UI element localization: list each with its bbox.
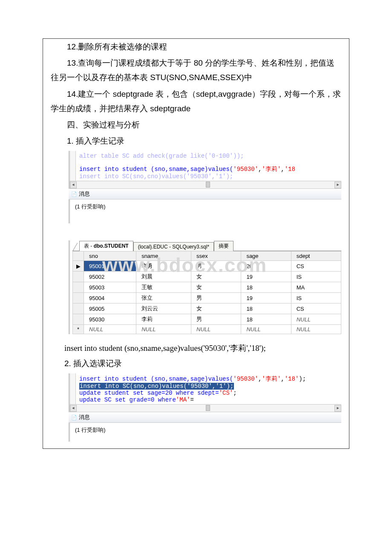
messages-tab[interactable]: 消息 [79, 190, 90, 198]
cell-sname[interactable]: 张立 [136, 293, 191, 304]
scroll-left-arrow-2[interactable]: ◄ [70, 405, 77, 412]
messages-area-1: (1 行受影响) [69, 199, 341, 223]
sql-line-2: insert into student (sno,sname,sage)valu… [79, 165, 338, 173]
tab-summary[interactable]: 摘要 [214, 241, 233, 251]
cell-null[interactable]: NULL [84, 325, 136, 334]
sql2-line2: insert into SC(sno,cno)values('95030','1… [79, 383, 338, 390]
cell-sno[interactable]: 95002 [84, 272, 136, 282]
cell-ssex[interactable]: 女 [191, 272, 241, 282]
sql-line-faded-3: insert into SC(sno,cno)values('95030','1… [79, 173, 338, 180]
table-header-row: sno sname ssex sage sdept [73, 251, 341, 261]
sql2-line4: update SC set grade=0 where'MA'= [79, 396, 338, 403]
cell-sdept[interactable]: IS [291, 272, 341, 282]
cell-sdept[interactable]: MA [291, 282, 341, 293]
results-table[interactable]: sno sname ssex sage sdept ▶95001李勇男20CS9… [72, 251, 341, 334]
table-row-new[interactable]: *NULLNULLNULLNULLNULL [73, 325, 341, 334]
cell-sage[interactable]: 20 [241, 261, 291, 272]
insert-statement-text: insert into student (sno,sname,sage)valu… [43, 336, 349, 356]
cell-sno[interactable]: 95001 [84, 261, 136, 272]
cell-ssex[interactable]: 女 [191, 304, 241, 314]
messages-area-2: (1 行受影响) [69, 423, 341, 442]
cell-sage[interactable]: 19 [241, 293, 291, 304]
cell-sname[interactable]: 刘晨 [136, 272, 191, 282]
results-tabstrip: 表 - dbo.STUDENT (local).EDUC - SQLQuery3… [72, 240, 341, 251]
scroll-right-arrow[interactable]: ► [334, 182, 341, 188]
section-4-title: 四、实验过程与分析 [43, 117, 349, 133]
sql-editor-1[interactable]: alter table SC add check(grade like('0-1… [69, 151, 341, 188]
row-indicator [73, 304, 84, 314]
cell-null[interactable]: NULL [191, 325, 241, 334]
sql-line-faded-top: alter table SC add check(grade like('0-1… [79, 153, 338, 159]
cell-sage[interactable]: 19 [241, 272, 291, 282]
cell-sname[interactable]: 刘云云 [136, 304, 191, 314]
cell-sdept[interactable]: CS [291, 261, 341, 272]
messages-tab-2[interactable]: 消息 [79, 413, 90, 421]
table-row[interactable]: ▶95001李勇男20CS [73, 261, 341, 272]
cell-ssex[interactable]: 男 [191, 314, 241, 325]
sql2-line3: update student set sage=20 where sdept='… [79, 390, 338, 396]
table-row[interactable]: 95005刘云云女18CS [73, 304, 341, 314]
cell-sname[interactable]: 王敏 [136, 282, 191, 293]
row-indicator [73, 314, 84, 325]
cell-sage[interactable]: 18 [241, 282, 291, 293]
row-indicator [73, 282, 84, 293]
cell-sdept[interactable]: CS [291, 304, 341, 314]
sql-editor-2[interactable]: insert into student (sno,sname,sage)valu… [69, 373, 341, 412]
screenshot-block-2: insert into student (sno,sname,sage)valu… [69, 373, 341, 442]
col-ssex[interactable]: ssex [191, 251, 241, 261]
cell-sno[interactable]: 95005 [84, 304, 136, 314]
tab-student-table[interactable]: 表 - dbo.STUDENT [79, 241, 133, 251]
paragraph-12: 12.删除所有未被选修的课程 [43, 39, 349, 55]
cell-sdept[interactable]: NULL [291, 314, 341, 325]
horizontal-scrollbar[interactable]: ◄ ► [70, 181, 341, 188]
tab-sqlquery[interactable]: (local).EDUC - SQLQuery3.sql* [133, 242, 214, 251]
screenshot-block-1: alter table SC add check(grade like('0-1… [69, 151, 341, 334]
cell-sage[interactable]: 18 [241, 304, 291, 314]
cell-sno[interactable]: 95003 [84, 282, 136, 293]
messages-tab-bar: 📄 消息 [69, 188, 341, 199]
heading-1: 1. 插入学生记录 [43, 133, 349, 149]
row-indicator [73, 272, 84, 282]
cell-sname[interactable]: 李莉 [136, 314, 191, 325]
messages-tab-bar-2: 📄 消息 [69, 412, 341, 423]
table-row[interactable]: 95003王敏女18MA [73, 282, 341, 293]
paragraph-13: 13.查询每一门课程成绩都大于等于 80 分的学生学号、姓名和性别，把值送往另一… [43, 55, 349, 86]
cell-sage[interactable]: 18 [241, 314, 291, 325]
cell-ssex[interactable]: 女 [191, 282, 241, 293]
cell-sno[interactable]: 95004 [84, 293, 136, 304]
horizontal-scrollbar-2[interactable]: ◄ ► [70, 404, 341, 412]
messages-icon-2: 📄 [71, 414, 77, 420]
col-sdept[interactable]: sdept [291, 251, 341, 261]
col-sname[interactable]: sname [136, 251, 191, 261]
row-indicator [73, 293, 84, 304]
cell-null[interactable]: NULL [136, 325, 191, 334]
row-indicator: ▶ [73, 261, 84, 272]
table-row[interactable]: 95004张立男19IS [73, 293, 341, 304]
cell-sdept[interactable]: IS [291, 293, 341, 304]
sql2-line1: insert into student (sno,sname,sage)valu… [79, 375, 338, 383]
scroll-left-arrow[interactable]: ◄ [70, 182, 77, 188]
row-indicator-new: * [73, 325, 84, 334]
col-sno[interactable]: sno [84, 251, 136, 261]
messages-icon: 📄 [71, 191, 77, 197]
table-row[interactable]: 95002刘晨女19IS [73, 272, 341, 282]
scroll-right-arrow-2[interactable]: ► [334, 405, 341, 412]
table-row[interactable]: 95030李莉男18NULL [73, 314, 341, 325]
heading-2: 2. 插入选课记录 [43, 356, 349, 372]
cell-ssex[interactable]: 男 [191, 293, 241, 304]
cell-sno[interactable]: 95030 [84, 314, 136, 325]
col-sage[interactable]: sage [241, 251, 291, 261]
cell-null[interactable]: NULL [291, 325, 341, 334]
cell-null[interactable]: NULL [241, 325, 291, 334]
cell-sname[interactable]: 李勇 [136, 261, 191, 272]
paragraph-14: 14.建立一个 sdeptgrade 表，包含（sdept,avggrade）字… [43, 86, 349, 117]
cell-ssex[interactable]: 男 [191, 261, 241, 272]
